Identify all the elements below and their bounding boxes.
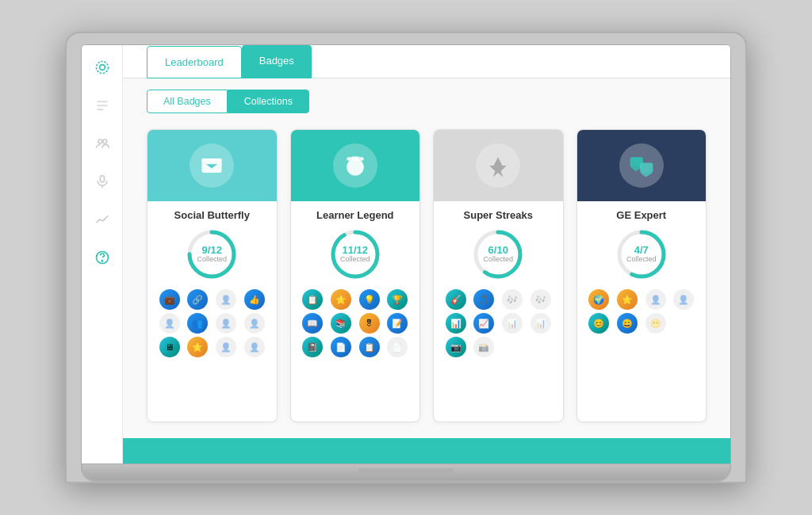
svg-marker-27 <box>640 173 653 177</box>
badge-item[interactable]: 📄 <box>331 337 351 357</box>
badge-item[interactable]: 😄 <box>617 313 638 334</box>
svg-rect-18 <box>351 156 358 159</box>
badge-item[interactable]: 📋 <box>302 289 323 310</box>
badge-item[interactable]: 📷 <box>446 337 466 357</box>
progress-ring: 4/7 Collected <box>615 227 668 281</box>
tab-badges[interactable]: Badges <box>242 45 312 78</box>
badge-item[interactable]: 📊 <box>446 313 466 334</box>
badge-item[interactable]: 📈 <box>473 313 494 334</box>
card-title: GE Expert <box>616 209 666 221</box>
main-content: Leaderboard Badges All Badges Collection… <box>123 45 730 464</box>
badge-item[interactable]: ⭐ <box>331 289 351 310</box>
chart-icon[interactable] <box>91 208 113 231</box>
sub-tabs: All Badges Collections <box>123 78 730 113</box>
badge-item[interactable]: 📄 <box>387 337 408 357</box>
badge-item[interactable]: 🎸 <box>446 289 466 310</box>
progress-text: 9/12 Collected <box>197 245 227 264</box>
card-header <box>147 130 277 201</box>
card-header <box>291 130 420 201</box>
svg-rect-2 <box>97 101 107 102</box>
badge-item[interactable]: 😶 <box>645 313 666 334</box>
badge-item[interactable]: 📊 <box>530 313 551 334</box>
progress-fraction: 4/7 <box>626 245 657 256</box>
badge-item[interactable]: 👥 <box>187 313 208 334</box>
card-header-icon <box>619 143 664 188</box>
badge-item[interactable]: 👤 <box>673 289 694 310</box>
badge-item[interactable]: 👤 <box>216 289 236 310</box>
badge-item[interactable]: 👤 <box>216 313 236 334</box>
badge-item[interactable]: 🔗 <box>187 289 208 310</box>
sub-tab-collections[interactable]: Collections <box>228 90 309 113</box>
progress-ring: 11/12 Collected <box>328 227 382 281</box>
badge-item[interactable]: 👍 <box>244 289 265 310</box>
badge-item[interactable]: 👤 <box>645 289 666 310</box>
badge-item[interactable]: 🌍 <box>588 289 609 310</box>
progress-fraction: 6/10 <box>483 245 513 256</box>
help-icon[interactable] <box>91 246 113 269</box>
progress-text: 4/7 Collected <box>626 245 657 264</box>
bottom-bar <box>123 438 730 464</box>
card-body: GE Expert 4/7 Collected 🌍⭐👤👤😊😄😶 <box>577 201 707 340</box>
badge-item[interactable]: 🖥 <box>159 337 180 357</box>
badge-item[interactable]: 📚 <box>331 313 351 334</box>
tab-leaderboard[interactable]: Leaderboard <box>147 46 242 78</box>
badge-item[interactable]: 🎖 <box>359 313 380 334</box>
badge-item[interactable]: 🎵 <box>473 289 494 310</box>
tabs-header: Leaderboard Badges <box>123 45 730 78</box>
badge-item[interactable]: 🎶 <box>502 289 523 310</box>
svg-rect-26 <box>640 162 653 173</box>
badge-item[interactable]: 🎶 <box>530 289 551 310</box>
badge-item[interactable]: ⭐ <box>617 289 638 310</box>
card-title: Social Butterfly <box>174 209 250 221</box>
badge-item[interactable]: 💼 <box>159 289 180 310</box>
collection-card-ge-expert: GE Expert 4/7 Collected 🌍⭐👤👤😊😄😶 <box>576 129 707 422</box>
card-body: Learner Legend 11/12 Collected 📋⭐💡🏆📖📚🎖📝📓… <box>291 201 420 364</box>
card-title: Super Streaks <box>464 209 533 221</box>
card-body: Social Butterfly 9/12 Collected 💼🔗👤👍👤👥👤👤… <box>147 201 277 364</box>
card-header <box>434 130 563 201</box>
progress-fraction: 9/12 <box>197 245 227 256</box>
sub-tab-all-badges[interactable]: All Badges <box>147 90 228 113</box>
svg-point-0 <box>99 65 105 71</box>
card-header <box>577 130 707 201</box>
badge-item[interactable]: 📝 <box>387 313 408 334</box>
group-icon[interactable] <box>91 132 113 154</box>
badge-item[interactable]: ⭐ <box>187 337 208 357</box>
svg-point-6 <box>102 139 106 143</box>
svg-point-10 <box>102 261 102 261</box>
progress-ring: 6/10 Collected <box>471 227 525 281</box>
badge-item[interactable]: 📋 <box>359 337 380 357</box>
svg-rect-7 <box>100 176 104 182</box>
svg-point-5 <box>98 139 102 143</box>
svg-rect-4 <box>97 109 103 110</box>
mic-icon[interactable] <box>91 170 113 193</box>
cards-container: Social Butterfly 9/12 Collected 💼🔗👤👍👤👥👤👤… <box>123 113 730 438</box>
svg-marker-21 <box>489 157 507 177</box>
badge-item[interactable]: 👤 <box>159 313 180 334</box>
badges-grid: 📋⭐💡🏆📖📚🎖📝📓📄📋📄 <box>299 288 412 359</box>
home-icon[interactable] <box>91 56 113 78</box>
svg-point-1 <box>96 62 108 74</box>
badge-item[interactable]: 📊 <box>502 313 523 334</box>
sidebar <box>82 45 123 464</box>
collection-card-learner-legend: Learner Legend 11/12 Collected 📋⭐💡🏆📖📚🎖📝📓… <box>290 129 421 422</box>
badge-item[interactable]: 💡 <box>359 289 380 310</box>
badge-item[interactable]: 📖 <box>302 313 323 334</box>
badge-item[interactable]: 👤 <box>216 337 236 357</box>
badge-item[interactable]: 🏆 <box>387 289 408 310</box>
progress-label: Collected <box>340 256 370 264</box>
badge-item[interactable]: 👤 <box>244 337 265 357</box>
svg-rect-3 <box>97 105 107 106</box>
card-header-icon <box>476 143 520 188</box>
progress-text: 11/12 Collected <box>340 245 370 264</box>
badge-item[interactable]: 😊 <box>588 313 609 334</box>
badge-item[interactable]: 📓 <box>302 337 323 357</box>
progress-ring: 9/12 Collected <box>185 227 239 281</box>
card-body: Super Streaks 6/10 Collected 🎸🎵🎶🎶📊📈📊📊📷📸 <box>434 201 563 364</box>
badge-item[interactable]: 📸 <box>473 337 494 357</box>
card-title: Learner Legend <box>316 209 394 221</box>
list-icon[interactable] <box>91 94 113 116</box>
collection-card-social-butterfly: Social Butterfly 9/12 Collected 💼🔗👤👍👤👥👤👤… <box>147 129 278 422</box>
progress-text: 6/10 Collected <box>483 245 513 264</box>
badge-item[interactable]: 👤 <box>244 313 265 334</box>
